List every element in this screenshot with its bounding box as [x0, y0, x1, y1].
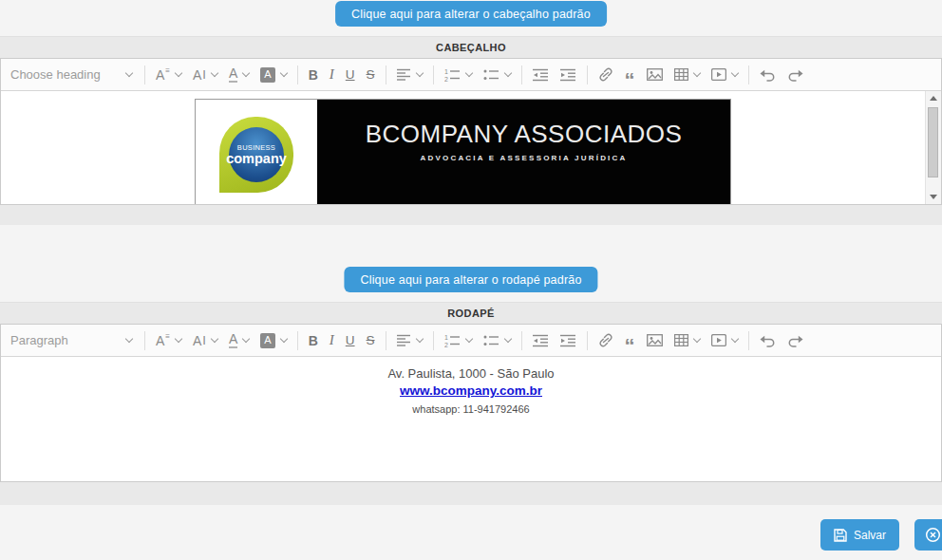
chevron-down-icon [503, 69, 511, 77]
footer-panel: RODAPÉ Paragraph A≡ AI A A B I U S 12 [0, 302, 942, 505]
editor-scrollbar[interactable] [925, 91, 941, 204]
media-icon [711, 334, 726, 346]
toolbar-separator [297, 331, 298, 350]
outdent-icon [533, 68, 549, 82]
format-select-label: Choose heading [10, 67, 101, 82]
blockquote-button[interactable]: “ [619, 64, 641, 86]
chevron-down-icon [211, 69, 218, 77]
change-header-button[interactable]: Clique aqui para alterar o cabeçalho pad… [335, 1, 607, 27]
footer-editor-content[interactable]: Av. Paulista, 1000 - São Paulo www.bcomp… [1, 357, 941, 481]
chevron-down-icon [175, 335, 182, 343]
scroll-down-arrow-icon[interactable] [930, 195, 937, 199]
bullet-list-button[interactable] [478, 64, 517, 86]
format-select[interactable]: Paragraph [5, 329, 140, 352]
ordered-list-icon: 12 [444, 334, 461, 347]
redo-icon [787, 68, 803, 82]
text-color-button[interactable]: A [223, 329, 254, 352]
chevron-down-icon [692, 335, 700, 343]
toolbar-separator [521, 65, 522, 84]
indent-button[interactable] [555, 64, 582, 86]
media-icon [711, 68, 726, 81]
image-icon [647, 68, 663, 81]
svg-text:2: 2 [444, 341, 448, 347]
strikethrough-button[interactable]: S [361, 329, 381, 352]
toolbar-separator [433, 65, 434, 84]
strikethrough-button[interactable]: S [361, 64, 381, 86]
bullet-list-icon [483, 334, 499, 347]
align-left-icon [397, 334, 411, 346]
redo-icon [787, 334, 803, 347]
outdent-button[interactable] [527, 64, 555, 86]
header-panel: CABEÇALHO Choose heading A≡ AI A A B I U… [0, 36, 942, 225]
redo-button[interactable] [782, 64, 809, 86]
align-left-icon [397, 68, 411, 81]
insert-image-button[interactable] [641, 329, 669, 352]
outdent-button[interactable] [527, 329, 555, 352]
insert-image-button[interactable] [641, 64, 669, 86]
svg-text:1: 1 [444, 68, 448, 75]
format-select[interactable]: Choose heading [5, 64, 140, 86]
insert-media-button[interactable] [706, 329, 744, 352]
scrollbar-thumb[interactable] [928, 107, 938, 177]
chevron-down-icon [242, 335, 250, 343]
close-circle-icon [925, 527, 941, 543]
toolbar-separator [144, 65, 145, 84]
ordered-list-icon: 12 [444, 68, 461, 82]
toolbar-separator [144, 331, 145, 350]
font-size-button[interactable]: AI [187, 329, 223, 352]
font-family-button[interactable]: A≡ [150, 64, 187, 86]
ordered-list-button[interactable]: 12 [439, 329, 478, 352]
align-button[interactable] [391, 329, 428, 352]
indent-button[interactable] [555, 329, 582, 352]
footer-editor-frame: Paragraph A≡ AI A A B I U S 12 [0, 324, 942, 482]
text-color-button[interactable]: A [223, 64, 254, 86]
footer-section-title: RODAPÉ [0, 303, 942, 324]
redo-button[interactable] [782, 329, 809, 352]
bold-button[interactable]: B [303, 329, 324, 352]
chevron-down-icon [242, 69, 250, 77]
underline-button[interactable]: U [340, 329, 361, 352]
blockquote-button[interactable]: “ [619, 329, 641, 352]
italic-button[interactable]: I [324, 64, 340, 86]
chevron-down-icon [730, 69, 738, 77]
change-footer-button[interactable]: Clique aqui para alterar o rodapé padrão [344, 267, 597, 292]
link-icon [598, 67, 613, 82]
undo-button[interactable] [754, 64, 782, 86]
bold-button[interactable]: B [303, 64, 324, 86]
align-button[interactable] [391, 64, 428, 86]
footer-whatsapp: whatsapp: 11-941792466 [1, 403, 941, 415]
bullet-list-icon [483, 68, 499, 82]
font-size-button[interactable]: AI [187, 64, 223, 86]
underline-button[interactable]: U [340, 64, 361, 86]
save-button[interactable]: Salvar [820, 519, 899, 551]
insert-table-button[interactable] [669, 64, 706, 86]
chevron-down-icon [211, 335, 218, 343]
link-button[interactable] [593, 64, 619, 86]
background-color-button[interactable]: A [254, 329, 292, 352]
insert-table-button[interactable] [669, 329, 706, 352]
cancel-button[interactable] [914, 519, 942, 551]
company-name: BCOMPANY ASSOCIADOS [366, 120, 683, 149]
table-icon [674, 334, 688, 346]
banner-text-area: BCOMPANY ASSOCIADOS ADVOCACIA E ASSESSOR… [317, 100, 730, 204]
scroll-up-arrow-icon[interactable] [930, 96, 937, 101]
outdent-icon [533, 334, 549, 347]
ordered-list-button[interactable]: 12 [439, 64, 478, 86]
table-icon [674, 68, 688, 81]
toolbar-separator [297, 65, 298, 84]
chevron-down-icon [692, 69, 700, 77]
background-color-button[interactable]: A [254, 64, 292, 86]
link-button[interactable] [593, 329, 619, 352]
footer-toolbar: Paragraph A≡ AI A A B I U S 12 [1, 325, 941, 357]
footer-website-link[interactable]: www.bcompany.com.br [400, 383, 542, 398]
bullet-list-button[interactable] [478, 329, 517, 352]
format-select-label: Paragraph [10, 333, 68, 347]
font-family-button[interactable]: A≡ [150, 329, 187, 352]
undo-button[interactable] [754, 329, 782, 352]
indent-icon [560, 68, 576, 82]
image-icon [647, 334, 663, 346]
header-banner-image[interactable]: BUSINESS company BCOMPANY ASSOCIADOS ADV… [195, 99, 731, 204]
insert-media-button[interactable] [706, 64, 744, 86]
header-editor-content[interactable]: BUSINESS company BCOMPANY ASSOCIADOS ADV… [1, 91, 941, 204]
italic-button[interactable]: I [324, 329, 340, 352]
